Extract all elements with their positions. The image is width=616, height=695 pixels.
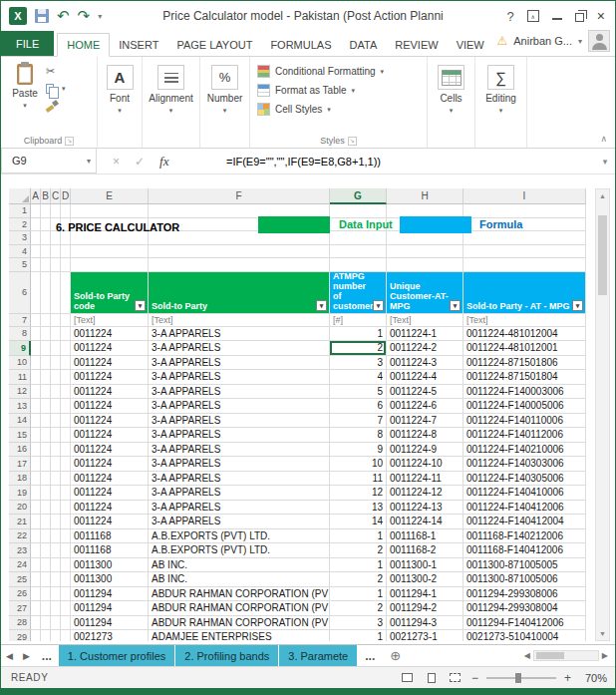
cell-D20[interactable] (61, 501, 71, 516)
ribbon-tab-home[interactable]: HOME (57, 33, 110, 57)
cell-I15[interactable]: 0011224-F140112006 (463, 428, 586, 443)
cell-C27[interactable] (51, 601, 61, 616)
cell-G20[interactable]: 13 (330, 501, 387, 516)
cell-E4[interactable] (71, 245, 149, 259)
cell-E12[interactable]: 0011224 (71, 385, 149, 400)
cell-G9[interactable]: 2 (330, 341, 387, 356)
cell-G3[interactable] (330, 231, 387, 245)
cell-F24[interactable]: AB INC. (149, 558, 330, 573)
cell-F21[interactable]: 3-A APPARELS (149, 515, 330, 529)
cell-G8[interactable]: 1 (330, 327, 387, 342)
cell-H4[interactable] (387, 245, 463, 259)
cell-A3[interactable] (31, 231, 41, 245)
cell-B21[interactable] (41, 515, 51, 529)
format-painter-button[interactable] (46, 99, 66, 112)
cell-E25[interactable]: 0011300 (71, 572, 149, 587)
table-header-H6[interactable]: Unique Customer-AT-MPG▾ (387, 272, 463, 314)
select-all-corner[interactable] (9, 188, 31, 204)
cell-F26[interactable]: ABDUR RAHMAN CORPORATION (PV (149, 587, 330, 602)
sheet-overflow-right[interactable]: ... (358, 649, 382, 663)
row-header-27[interactable]: 27 (9, 601, 31, 616)
user-avatar[interactable] (588, 30, 610, 52)
row-header-14[interactable]: 14 (9, 414, 31, 429)
cell-F8[interactable]: 3-A APPARELS (149, 327, 330, 342)
cell-B10[interactable] (41, 356, 51, 371)
cell-H22[interactable]: 0011168-1 (387, 529, 463, 544)
cell-G4[interactable] (330, 245, 387, 259)
cell-B7[interactable] (41, 314, 51, 327)
cell-E19[interactable]: 0011224 (71, 486, 149, 501)
cell-I5[interactable] (463, 258, 586, 272)
cell-D5[interactable] (61, 258, 71, 272)
row-header-18[interactable]: 18 (9, 472, 31, 487)
cell-C15[interactable] (51, 428, 61, 443)
row-header-11[interactable]: 11 (9, 370, 31, 385)
cell-styles-button[interactable]: Cell Styles▾ (257, 101, 424, 118)
cell-D15[interactable] (61, 428, 71, 443)
cell-I10[interactable]: 0011224-871501806 (463, 356, 586, 371)
cell-A6[interactable] (31, 272, 41, 314)
cell-I22[interactable]: 0011168-F140212006 (463, 529, 586, 544)
cell-B23[interactable] (41, 543, 51, 558)
cell-D26[interactable] (61, 587, 71, 602)
cell-B20[interactable] (41, 501, 51, 516)
cell-H16[interactable]: 0011224-9 (387, 443, 463, 458)
cell-G14[interactable]: 7 (330, 414, 387, 429)
cell-H3[interactable] (387, 231, 463, 245)
cell-A21[interactable] (31, 515, 41, 529)
name-box[interactable]: G9 ▾ (1, 149, 97, 174)
cell-C2[interactable] (51, 218, 61, 232)
cell-B3[interactable] (41, 231, 51, 245)
row-header-24[interactable]: 24 (9, 558, 31, 573)
cell-E26[interactable]: 0011294 (71, 587, 149, 602)
cell-C17[interactable] (51, 457, 61, 472)
cell-D25[interactable] (61, 572, 71, 587)
cell-I25[interactable]: 0011300-871005006 (463, 572, 586, 587)
cell-G12[interactable]: 5 (330, 385, 387, 400)
cell-C5[interactable] (51, 258, 61, 272)
column-header-D[interactable]: D (61, 188, 71, 204)
cell-A16[interactable] (31, 443, 41, 458)
cell-I23[interactable]: 0011168-F140412006 (463, 543, 586, 558)
cell-B14[interactable] (41, 414, 51, 429)
cell-H21[interactable]: 0011224-14 (387, 515, 463, 529)
cell-H2[interactable] (387, 218, 463, 232)
cell-B6[interactable] (41, 272, 51, 314)
row-header-8[interactable]: 8 (9, 327, 31, 342)
cell-D7[interactable] (61, 314, 71, 327)
cell-A11[interactable] (31, 370, 41, 385)
cell-I2[interactable] (463, 218, 586, 232)
ribbon-tab-insert[interactable]: INSERT (110, 34, 167, 56)
cell-B8[interactable] (41, 327, 51, 342)
zoom-percentage[interactable]: 70% (579, 672, 607, 684)
cell-H10[interactable]: 0011224-3 (387, 356, 463, 371)
cell-B24[interactable] (41, 558, 51, 573)
cell-G28[interactable]: 3 (330, 616, 387, 631)
cell-I13[interactable]: 0011224-F140005006 (463, 399, 586, 414)
column-header-B[interactable]: B (41, 188, 51, 204)
cell-F19[interactable]: 3-A APPARELS (149, 486, 330, 501)
cell-B29[interactable] (41, 630, 51, 641)
row-header-4[interactable]: 4 (9, 245, 31, 259)
cell-E24[interactable]: 0011300 (71, 558, 149, 573)
collapse-ribbon-icon[interactable]: ∧ (600, 134, 607, 144)
cell-D23[interactable] (61, 543, 71, 558)
cell-A2[interactable] (31, 218, 41, 232)
cell-D28[interactable] (61, 616, 71, 631)
cell-E16[interactable]: 0011224 (71, 443, 149, 458)
row-header-10[interactable]: 10 (9, 356, 31, 371)
cell-E14[interactable]: 0011224 (71, 414, 149, 429)
cell-F23[interactable]: A.B.EXPORTS (PVT) LTD. (149, 543, 330, 558)
name-box-dropdown-icon[interactable]: ▾ (87, 157, 91, 166)
cell-C8[interactable] (51, 327, 61, 342)
cell-E5[interactable] (71, 258, 149, 272)
cell-C29[interactable] (51, 630, 61, 641)
cell-A15[interactable] (31, 428, 41, 443)
page-layout-view-button[interactable] (424, 671, 440, 685)
cell-A9[interactable] (31, 341, 41, 356)
cell-G5[interactable] (330, 258, 387, 272)
cell-B18[interactable] (41, 472, 51, 487)
cell-I11[interactable]: 0011224-871501804 (463, 370, 586, 385)
ribbon-tab-review[interactable]: REVIEW (386, 34, 447, 56)
filter-button-H[interactable]: ▾ (450, 300, 461, 311)
